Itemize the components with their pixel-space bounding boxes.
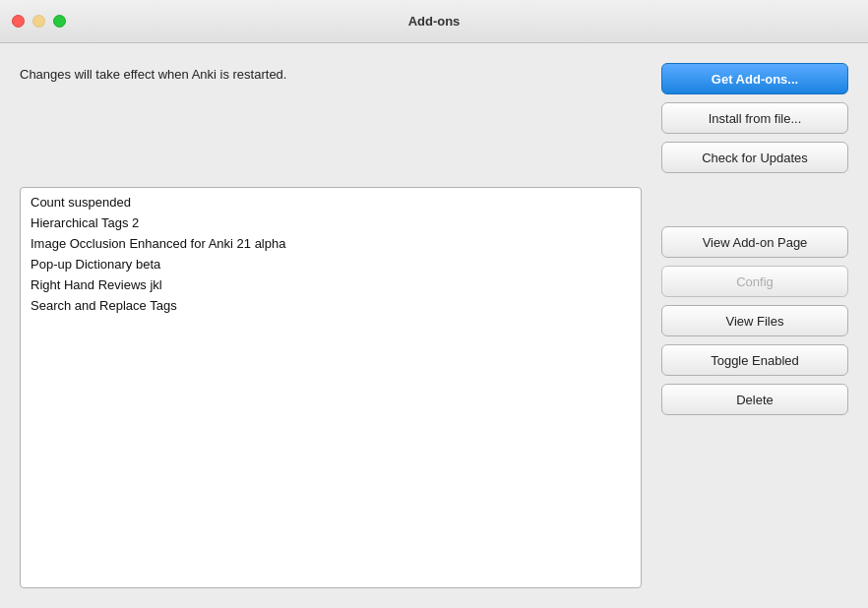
minimize-button[interactable] [32,15,45,28]
top-section: Changes will take effect when Anki is re… [20,63,848,173]
bottom-section: Count suspendedHierarchical Tags 2Image … [20,187,848,588]
view-files-button[interactable]: View Files [661,305,848,336]
list-item[interactable]: Pop-up Dictionary beta [21,254,641,274]
top-right-buttons: Get Add-ons... Install from file... Chec… [661,63,848,173]
install-from-file-button[interactable]: Install from file... [661,102,848,134]
view-addon-page-button[interactable]: View Add-on Page [661,226,848,258]
maximize-button[interactable] [53,15,66,28]
config-button: Config [661,266,848,297]
toggle-enabled-button[interactable]: Toggle Enabled [661,344,848,376]
check-for-updates-button[interactable]: Check for Updates [661,142,848,173]
list-item[interactable]: Hierarchical Tags 2 [21,213,641,233]
main-content: Changes will take effect when Anki is re… [0,43,868,608]
close-button[interactable] [12,15,25,28]
notice-text: Changes will take effect when Anki is re… [20,63,642,82]
window-title: Add-ons [408,14,461,29]
list-item[interactable]: Search and Replace Tags [21,295,641,316]
title-bar: Add-ons [0,0,868,43]
list-item[interactable]: Right Hand Reviews jkl [21,274,641,295]
list-item[interactable]: Count suspended [21,192,641,213]
bottom-right-buttons: View Add-on Page Config View Files Toggl… [661,187,848,588]
addon-list[interactable]: Count suspendedHierarchical Tags 2Image … [20,187,642,588]
get-addons-button[interactable]: Get Add-ons... [661,63,848,94]
delete-button[interactable]: Delete [661,384,848,415]
list-item[interactable]: Image Occlusion Enhanced for Anki 21 alp… [21,233,641,254]
window-controls [12,15,66,28]
